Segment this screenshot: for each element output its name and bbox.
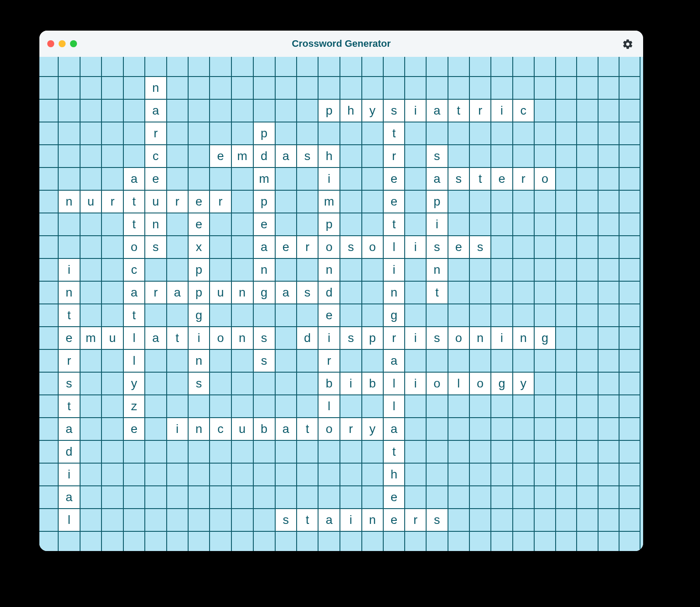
grid-cell[interactable] <box>167 463 188 486</box>
grid-cell[interactable]: h <box>340 99 361 122</box>
grid-cell[interactable]: u <box>210 281 231 304</box>
grid-cell[interactable]: r <box>145 122 166 145</box>
grid-cell[interactable]: p <box>253 122 275 145</box>
grid-cell[interactable] <box>102 372 123 395</box>
grid-cell[interactable]: t <box>167 327 188 349</box>
grid-cell[interactable] <box>426 57 448 77</box>
grid-cell[interactable] <box>167 167 188 190</box>
grid-cell[interactable] <box>534 99 556 122</box>
grid-cell[interactable] <box>491 258 512 281</box>
grid-cell[interactable] <box>188 486 210 509</box>
grid-cell[interactable] <box>145 304 166 327</box>
grid-cell[interactable]: h <box>318 145 340 167</box>
grid-cell[interactable] <box>619 531 640 551</box>
grid-cell[interactable] <box>513 57 534 77</box>
grid-cell[interactable]: r <box>340 418 361 440</box>
grid-cell[interactable] <box>577 531 598 551</box>
grid-cell[interactable]: t <box>383 440 405 463</box>
grid-cell[interactable] <box>231 531 253 551</box>
grid-cell[interactable] <box>619 236 640 258</box>
grid-cell[interactable]: i <box>58 258 80 281</box>
grid-cell[interactable] <box>513 145 534 167</box>
grid-cell[interactable] <box>167 486 188 509</box>
grid-cell[interactable] <box>297 463 318 486</box>
grid-cell[interactable]: s <box>426 236 448 258</box>
grid-cell[interactable] <box>80 281 102 304</box>
grid-cell[interactable] <box>58 531 80 551</box>
grid-cell[interactable] <box>39 463 58 486</box>
grid-cell[interactable]: l <box>383 395 405 418</box>
grid-cell[interactable]: n <box>469 327 491 349</box>
grid-cell[interactable]: r <box>167 190 188 213</box>
grid-cell[interactable] <box>275 349 297 372</box>
grid-cell[interactable] <box>598 167 619 190</box>
grid-cell[interactable] <box>275 99 297 122</box>
grid-cell[interactable] <box>534 372 556 395</box>
grid-cell[interactable] <box>340 281 361 304</box>
grid-cell[interactable] <box>469 190 491 213</box>
grid-cell[interactable]: n <box>58 190 80 213</box>
grid-cell[interactable] <box>556 509 577 531</box>
grid-cell[interactable] <box>534 236 556 258</box>
grid-cell[interactable] <box>556 327 577 349</box>
grid-cell[interactable] <box>58 213 80 236</box>
grid-cell[interactable] <box>469 145 491 167</box>
grid-cell[interactable]: r <box>145 281 166 304</box>
grid-cell[interactable]: a <box>383 418 405 440</box>
grid-cell[interactable]: o <box>469 372 491 395</box>
grid-cell[interactable] <box>253 372 275 395</box>
grid-cell[interactable] <box>619 304 640 327</box>
grid-cell[interactable] <box>577 99 598 122</box>
grid-cell[interactable] <box>513 190 534 213</box>
grid-cell[interactable] <box>619 122 640 145</box>
grid-cell[interactable]: d <box>253 145 275 167</box>
grid-cell[interactable] <box>58 122 80 145</box>
grid-cell[interactable] <box>102 167 123 190</box>
grid-cell[interactable] <box>188 167 210 190</box>
grid-cell[interactable] <box>362 440 383 463</box>
grid-cell[interactable] <box>534 395 556 418</box>
grid-cell[interactable] <box>598 531 619 551</box>
grid-cell[interactable] <box>39 304 58 327</box>
grid-cell[interactable] <box>491 349 512 372</box>
grid-cell[interactable] <box>275 327 297 349</box>
grid-cell[interactable]: n <box>513 327 534 349</box>
grid-cell[interactable] <box>534 486 556 509</box>
grid-cell[interactable] <box>167 236 188 258</box>
grid-cell[interactable] <box>188 77 210 99</box>
grid-cell[interactable] <box>448 486 469 509</box>
grid-cell[interactable] <box>383 57 405 77</box>
grid-cell[interactable]: m <box>318 190 340 213</box>
grid-cell[interactable]: r <box>405 509 426 531</box>
grid-cell[interactable] <box>123 531 145 551</box>
grid-cell[interactable] <box>102 531 123 551</box>
grid-cell[interactable] <box>619 418 640 440</box>
grid-cell[interactable] <box>275 531 297 551</box>
grid-cell[interactable]: a <box>253 236 275 258</box>
grid-cell[interactable] <box>513 395 534 418</box>
grid-cell[interactable] <box>102 440 123 463</box>
grid-cell[interactable] <box>598 509 619 531</box>
grid-cell[interactable]: s <box>426 509 448 531</box>
grid-cell[interactable]: s <box>340 327 361 349</box>
grid-cell[interactable] <box>253 509 275 531</box>
grid-cell[interactable] <box>513 531 534 551</box>
grid-cell[interactable] <box>513 122 534 145</box>
grid-cell[interactable] <box>556 99 577 122</box>
grid-cell[interactable] <box>534 463 556 486</box>
grid-cell[interactable] <box>80 77 102 99</box>
grid-cell[interactable] <box>253 304 275 327</box>
grid-cell[interactable]: s <box>253 327 275 349</box>
grid-cell[interactable] <box>598 281 619 304</box>
grid-cell[interactable]: s <box>426 145 448 167</box>
grid-cell[interactable] <box>491 57 512 77</box>
grid-cell[interactable]: a <box>275 281 297 304</box>
grid-cell[interactable] <box>253 440 275 463</box>
grid-cell[interactable] <box>469 463 491 486</box>
grid-cell[interactable] <box>275 57 297 77</box>
grid-cell[interactable]: b <box>253 418 275 440</box>
grid-cell[interactable] <box>577 327 598 349</box>
grid-cell[interactable] <box>210 440 231 463</box>
grid-cell[interactable] <box>167 440 188 463</box>
grid-cell[interactable]: e <box>188 190 210 213</box>
